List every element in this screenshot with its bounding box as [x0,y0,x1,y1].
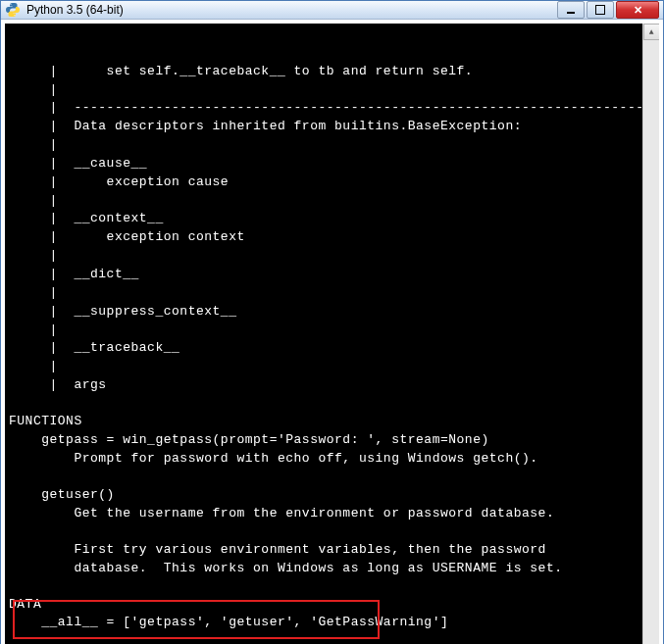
minimize-button[interactable] [557,1,585,19]
maximize-button[interactable] [587,1,614,19]
terminal-line: | [9,136,636,155]
terminal-line [9,522,636,540]
terminal-line: | exception cause [9,173,636,192]
terminal-line: database. This works on Windows as long … [9,560,636,578]
terminal-line [9,469,636,486]
window-title: Python 3.5 (64-bit) [26,3,557,17]
window-controls [557,1,659,19]
terminal-line: FUNCTIONS [9,413,636,431]
terminal-line: Get the username from the environment or… [9,505,636,523]
app-window: Python 3.5 (64-bit) | set self.__traceba… [0,0,664,644]
python-icon [5,2,21,18]
terminal-line: | [9,247,636,266]
terminal-line: __all__ = ['getpass', 'getuser', 'GetPas… [9,614,636,632]
close-button[interactable] [616,1,659,19]
terminal-line: getpass = win_getpass(prompt='Password: … [9,431,636,450]
terminal-line: | Data descriptors inherited from builti… [9,118,636,136]
scroll-track[interactable] [643,40,659,644]
terminal-line: | __suppress_context__ [9,303,636,322]
terminal-line: Prompt for password with echo off, using… [9,450,636,469]
scrollbar[interactable]: ▲ ▼ [642,24,659,644]
terminal-line: | --------------------------------------… [9,99,636,118]
svg-point-1 [15,15,16,16]
terminal-line: | exception context [9,228,636,247]
scroll-up-button[interactable]: ▲ [643,24,659,40]
terminal-line: | args [9,376,636,395]
terminal-line: | __cause__ [9,155,636,173]
terminal-line: | [9,322,636,340]
terminal-line [9,577,636,595]
terminal-content: | set self.__traceback__ to tb and retur… [9,63,655,644]
terminal-line: | [9,284,636,303]
terminal-line: | [9,81,636,100]
terminal-line: | __context__ [9,210,636,228]
terminal-line: | __dict__ [9,266,636,284]
terminal-line: getuser() [9,486,636,505]
titlebar[interactable]: Python 3.5 (64-bit) [1,1,663,20]
terminal-line: | [9,358,636,376]
terminal-line: | __traceback__ [9,339,636,358]
terminal-line: First try various environment variables,… [9,541,636,560]
terminal-line: DATA [9,596,636,615]
svg-point-0 [11,4,12,5]
terminal-line [9,395,636,413]
terminal-line: | set self.__traceback__ to tb and retur… [9,63,636,81]
terminal[interactable]: | set self.__traceback__ to tb and retur… [5,24,659,644]
terminal-line: | [9,192,636,211]
terminal-line [9,632,636,644]
client-area: | set self.__traceback__ to tb and retur… [1,20,663,644]
